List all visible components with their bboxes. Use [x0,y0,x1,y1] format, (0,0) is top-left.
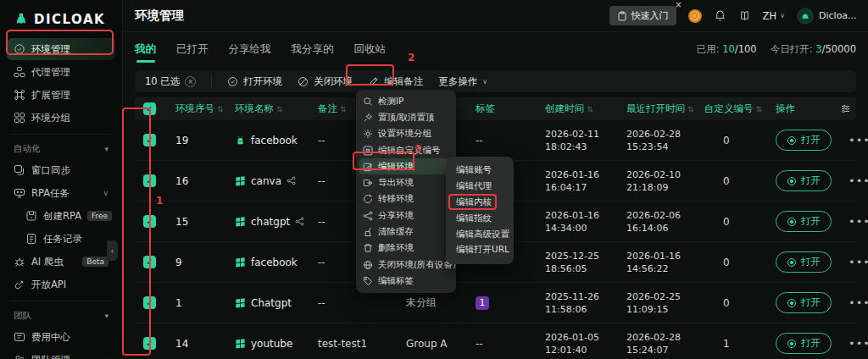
open-button[interactable]: 打开 [776,251,832,273]
today-open-label: 今日打开: [771,43,813,55]
menu-item-share-env[interactable]: 分享环境 [356,207,456,224]
sidebar-item-rpa[interactable]: RPA任务 ∨ [7,182,115,204]
header-created[interactable]: 创建时间 [545,102,584,115]
sidebar-collapse-handle[interactable]: ‹ [107,240,118,261]
sidebar-item-create-rpa[interactable]: 创建RPA Free [19,205,115,227]
row-more-button[interactable]: ••• [840,134,868,146]
sidebar-section-team[interactable]: 团队 ▾ [7,307,115,325]
language-label: ZH [763,10,777,22]
submenu-item-edit-fingerprint[interactable]: 编辑指纹 [446,210,514,226]
row-more-button[interactable]: ••• [840,337,868,350]
user-menu[interactable]: Dicloa... [797,8,856,25]
tab-opened[interactable]: 已打开 [176,42,209,57]
sidebar-item-proxy[interactable]: 代理管理 [7,61,115,83]
sidebar-item-env-group[interactable]: 环境分组 [7,107,115,129]
menu-item-close-env-all[interactable]: 关闭环境(所有设备) [356,257,456,273]
submenu-item-edit-open-url[interactable]: 编辑打开URL [446,242,514,258]
menu-item-export-env[interactable]: 导出环境 › [356,174,456,191]
table-row[interactable]: ✓ 1 Chatgpt -- 未分组 1 2025-11-2611:58:06 … [135,283,856,323]
open-button[interactable]: 打开 [776,211,832,232]
brand-logo: DICLOAK [0,8,122,37]
created-time: 16:04:17 [545,182,587,193]
menu-item-edit-env[interactable]: 编辑环境 › [359,158,453,174]
language-selector[interactable]: ZH ∨ [763,10,785,22]
header-custom-no[interactable]: 自定义编号 [704,102,754,115]
row-checkbox[interactable]: ✓ [143,134,156,146]
column-settings-icon[interactable] [840,103,858,114]
row-checkbox[interactable]: ✓ [143,296,156,309]
sidebar-section-automation[interactable]: 自动化 ▾ [7,140,115,158]
open-button[interactable]: 打开 [776,130,832,151]
row-checkbox[interactable]: ✓ [143,174,156,187]
select-all-checkbox[interactable]: ✓ [143,102,156,115]
header-name[interactable]: 环境名称 [235,102,274,115]
tab-my-shared[interactable]: 我分享的 [292,42,334,57]
sort-icon[interactable]: ⇅ [217,105,224,113]
menu-item-check-ip[interactable]: 检测IP [356,93,456,109]
row-more-button[interactable]: ••• [840,215,868,228]
tab-mine[interactable]: 我的 [135,42,156,57]
sort-icon[interactable]: ⇅ [340,105,347,113]
open-button[interactable]: 打开 [776,333,832,354]
header-seq[interactable]: 环境序号 [175,102,214,115]
menu-item-clear-cache[interactable]: 清除缓存 [356,224,456,240]
close-env-button[interactable]: 关闭环境 [298,75,353,88]
sidebar-item-task-record[interactable]: 任务记录 [19,228,115,250]
table-row[interactable]: ✓ 14 youtube test-test1 Group A -- 2026-… [135,323,856,359]
custom-no: 0 [696,257,767,268]
menu-item-edit-custom-no[interactable]: 编辑自定义编号 [356,142,456,158]
quick-start-button[interactable]: 快速入门 × [609,6,676,25]
menu-item-edit-tag[interactable]: 编辑标签 [356,273,456,289]
table-row[interactable]: ✓ 19 facebook -- -- 2026-02-1118:02:43 2… [135,120,856,161]
header-opened[interactable]: 最近打开时间 [626,102,685,115]
submenu-item-edit-account[interactable]: 编辑账号 [446,163,514,179]
sidebar-item-ai-crawler[interactable]: AI 爬虫 Beta [7,251,115,273]
clear-selection-icon[interactable]: × [185,76,196,87]
row-checkbox[interactable]: ✓ [143,256,156,268]
sidebar-item-env-manage[interactable]: 环境管理 [7,38,115,60]
env-seq: 16 [167,175,226,187]
sidebar-item-extension[interactable]: 扩展管理 [7,84,115,106]
sidebar-item-open-api[interactable]: 开放API [7,273,115,295]
menu-item-pin[interactable]: 置顶/取消置顶 [356,109,456,125]
row-checkbox[interactable]: ✓ [143,337,156,350]
edit-note-button[interactable]: 编辑备注 [368,75,423,88]
row-more-button[interactable]: ••• [840,256,868,268]
submenu-item-edit-proxy[interactable]: 编辑代理 [446,179,514,195]
sidebar-item-billing[interactable]: 费用中心 [7,326,115,348]
rpa-task-icon [14,187,25,199]
sort-icon[interactable]: ⇅ [756,105,763,113]
row-more-button[interactable]: ••• [840,296,868,309]
menu-item-transfer-env[interactable]: 转移环境 [356,191,456,207]
header-action: 操作 [776,102,795,115]
tag-icon [363,276,373,286]
close-icon[interactable]: × [675,0,682,9]
menu-item-label: 分享环境 [378,210,414,222]
header-tag[interactable]: 标签 [476,102,495,115]
menu-item-delete-env[interactable]: 删除环境 [356,240,456,257]
topbar-right: 快速入门 × ZH ∨ Dicloa... [609,6,856,25]
row-checkbox[interactable]: ✓ [143,215,156,228]
sidebar-item-window-sync[interactable]: 窗口同步 [7,159,115,181]
row-more-button[interactable]: ••• [840,174,868,187]
open-button[interactable]: 打开 [776,292,832,313]
open-button[interactable]: 打开 [776,170,832,191]
submenu-item-edit-advanced[interactable]: 编辑高级设置 [446,226,514,242]
bell-icon[interactable] [714,9,726,22]
sort-icon[interactable]: ⇅ [587,105,593,113]
docs-book-icon[interactable] [738,9,751,22]
sort-icon[interactable]: ⇅ [276,105,283,113]
brand-name: DICLOAK [34,12,105,27]
tab-recycle[interactable]: 回收站 [354,42,387,57]
sort-icon[interactable]: ⇅ [687,105,694,113]
header-note[interactable]: 备注 [318,102,337,115]
submenu-item-edit-kernel[interactable]: 编辑内核 [446,195,514,211]
tab-shared-to-me[interactable]: 分享给我 [229,42,271,57]
sidebar-item-team-manage[interactable]: 团队管理 › [7,349,115,359]
opened-date: 2026-02-06 [626,210,681,221]
rewards-coin-icon[interactable] [688,9,702,23]
menu-item-set-group[interactable]: 设置环境分组 [356,126,456,142]
more-operations-button[interactable]: 更多操作 ∨ [438,75,487,88]
browser-icon [787,217,797,227]
open-env-button[interactable]: 打开环境 [227,75,282,88]
